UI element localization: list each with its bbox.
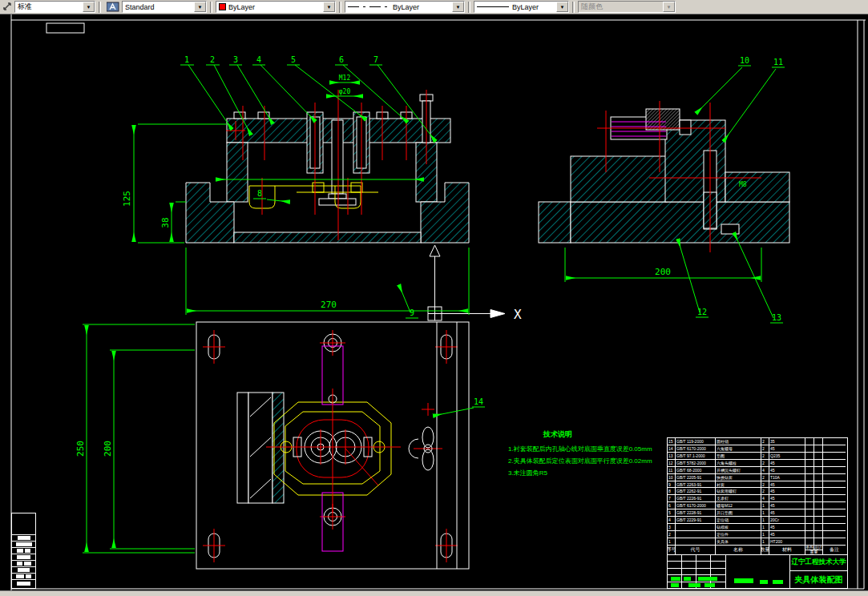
plan-view — [196, 322, 469, 569]
dim-front-base-height: 38 — [160, 217, 171, 228]
binding-strip — [11, 513, 36, 589]
bom-cell-total — [814, 445, 823, 453]
bom-cell-total — [814, 531, 823, 538]
bom-cell-remark — [823, 502, 846, 509]
bom-header: 序号 代号 名称 数量 材料 单件 总计 重量 备注 — [668, 546, 847, 555]
bom-cell-material: 35 — [769, 438, 805, 445]
dim-plan-outer: 250 — [75, 441, 86, 457]
university-name: 辽宁工程技术大学 — [790, 555, 847, 571]
note-line-1: 1.衬套装配后内孔轴心线对底面垂直度误差0.05mm — [508, 443, 651, 455]
bom-cell-remark — [823, 538, 846, 546]
dim-front-height: 125 — [122, 191, 132, 207]
bom-cell-qty: 4 — [761, 495, 769, 502]
bom-row: 14GB/T 6170-2000六角螺母245 — [668, 445, 847, 453]
bom-row: 7GB/T 2226-91支承钉445 — [668, 495, 847, 502]
bom-cell-code — [676, 524, 716, 531]
bom-cell-unit — [805, 495, 814, 502]
bom-cell-name: 支承钉 — [716, 495, 761, 502]
signature-mark — [671, 583, 679, 587]
bom-header-remark: 备注 — [823, 546, 846, 554]
bom-cell-name: 衬套 — [716, 481, 761, 489]
signature-mark — [671, 577, 680, 581]
bom-cell-no: 15 — [668, 438, 676, 445]
bom-cell-code: GB/T 2229-91 — [676, 517, 716, 524]
dim-front-width: 270 — [321, 300, 337, 310]
linetype-value: ByLayer — [393, 3, 452, 11]
bom-cell-name: 开口垫圈 — [716, 509, 761, 517]
bom-cell-name: 圆柱销 — [716, 438, 761, 445]
color-combo[interactable]: ByLayer ▼ — [216, 1, 336, 13]
bom-cell-qty: 4 — [761, 467, 769, 474]
axis-x-label: X — [514, 307, 522, 322]
bom-cell-code: GB/T 5782-2000 — [676, 460, 716, 467]
toolbar-separator — [468, 2, 470, 13]
text-style-dropdown-arrow-icon[interactable]: ▼ — [194, 2, 206, 12]
bom-cell-unit — [805, 502, 814, 509]
bom-cell-unit — [805, 481, 814, 489]
bom-cell-code: GB/T 6170-2000 — [676, 445, 716, 453]
bom-cell-total — [814, 481, 823, 489]
lineweight-value: ByLayer — [512, 3, 556, 11]
bom-header-material: 材料 — [769, 546, 805, 554]
dim-style-combo[interactable]: 标准 ▼ — [14, 1, 95, 13]
bom-cell-qty: 2 — [761, 438, 769, 445]
lineweight-dropdown-arrow-icon[interactable]: ▼ — [556, 2, 568, 12]
text-style-icon[interactable] — [106, 2, 120, 13]
bom-cell-material: 45 — [769, 502, 805, 509]
balloon-13: 13 — [772, 313, 781, 322]
toolbar-separator — [572, 2, 575, 13]
bom-cell-unit — [805, 467, 814, 474]
balloon-4: 4 — [256, 55, 261, 64]
bom-cell-qty: 2 — [761, 474, 769, 481]
bom-cell-unit — [805, 474, 814, 481]
bom-row: 4GB/T 2229-91定位销120Cr — [668, 517, 847, 524]
bom-cell-name: 螺母M12 — [716, 502, 761, 509]
side-thread-label: M8 — [739, 181, 747, 188]
color-dropdown-arrow-icon[interactable]: ▼ — [323, 2, 335, 12]
dim-style-dropdown-arrow-icon[interactable]: ▼ — [83, 2, 95, 12]
balloon-9: 9 — [410, 308, 414, 317]
bom-cell-no: 9 — [668, 481, 676, 489]
bom-row: 11GB/T 68-2000开槽沉头螺钉445 — [668, 467, 847, 474]
bom-cell-material: 20Cr — [769, 517, 805, 524]
bom-cell-remark — [823, 438, 846, 445]
side-section-view: M8 — [539, 101, 789, 252]
toolbar-separator — [339, 2, 341, 13]
text-style-combo[interactable]: Standard ▼ — [122, 1, 207, 13]
dim-style-icon[interactable] — [2, 2, 13, 13]
balloon-6: 6 — [339, 55, 344, 64]
bom-cell-code: GB/T 2262-91 — [676, 488, 716, 495]
linetype-combo[interactable]: ByLayer ▼ — [345, 1, 465, 13]
signature-grid — [668, 555, 726, 589]
signature-mark — [734, 578, 753, 583]
bom-header-no: 序号 — [668, 546, 676, 554]
bom-cell-unit — [805, 445, 814, 453]
wing-nut — [409, 322, 457, 569]
balloon-1: 1 — [184, 55, 189, 64]
signature-mark — [760, 580, 768, 584]
bom-row: 9GB/T 2263-91衬套245 — [668, 481, 847, 489]
bom-cell-material: 45 — [769, 445, 805, 453]
bom-row: 2定位件145 — [668, 531, 847, 538]
bom-row: 8GB/T 2262-91钻套用螺钉245 — [668, 488, 847, 495]
bom-header-weight-label: 重量 — [810, 550, 818, 554]
bom-cell-remark — [823, 445, 846, 453]
balloon-12: 12 — [697, 308, 707, 316]
notes-title: 技术说明 — [543, 429, 651, 441]
bom-cell-no: 11 — [668, 467, 676, 474]
bom-cell-unit — [805, 538, 814, 546]
bom-cell-code: GB/T 6170-2000 — [676, 502, 716, 509]
clamp-strip — [237, 393, 284, 503]
lineweight-combo[interactable]: ByLayer ▼ — [474, 1, 569, 13]
balloon-2: 2 — [210, 55, 215, 64]
toolbar-separator — [210, 2, 212, 13]
linetype-dropdown-arrow-icon[interactable]: ▼ — [452, 2, 464, 12]
bom-cell-no: 8 — [668, 488, 676, 495]
dim-plan-inner: 200 — [103, 441, 113, 457]
color-value: ByLayer — [228, 3, 323, 11]
bom-header-name: 名称 — [716, 546, 761, 554]
bom-cell-remark — [823, 453, 846, 460]
bom-cell-no: 12 — [668, 460, 676, 467]
bom-cell-no: 10 — [668, 474, 676, 481]
bom-header-qty: 数量 — [761, 546, 769, 554]
